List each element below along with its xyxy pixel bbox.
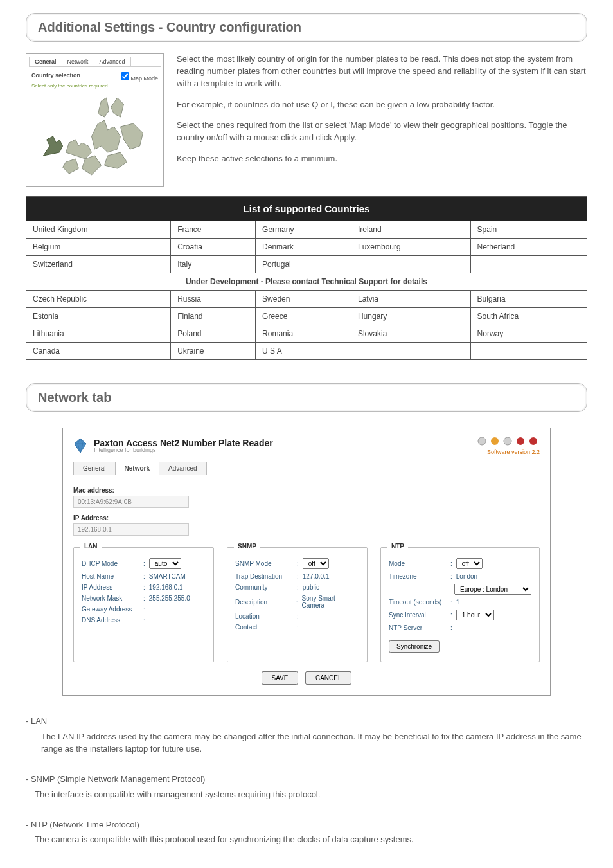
snmp-desc-body: The interface is compatible with managem…: [26, 788, 587, 801]
save-button[interactable]: SAVE: [262, 671, 299, 685]
paragraph-4: Keep these active selections to a minimu…: [177, 153, 587, 165]
table-row: Belgium Croatia Denmark Luxembourg Nethe…: [26, 239, 587, 256]
status-indicators-icon: [475, 436, 540, 446]
countries-table: List of supported Countries United Kingd…: [26, 196, 587, 360]
table-row: United Kingdom France Germany Ireland Sp…: [26, 221, 587, 239]
table-row: Czech Republic Russia Sweden Latvia Bulg…: [26, 291, 587, 308]
ntp-title: NTP: [387, 543, 408, 550]
map-tabs: General Network Advanced: [29, 57, 161, 67]
ip-value: 192.168.0.1: [73, 523, 189, 536]
mac-label: Mac address:: [73, 487, 540, 494]
ntp-sync-select[interactable]: 1 hour: [456, 610, 494, 620]
section-header-country: Additional Settings - Country configurat…: [26, 13, 587, 42]
snmp-mode-select[interactable]: off: [303, 558, 329, 569]
dhcp-mode-select[interactable]: auto: [149, 558, 181, 569]
paragraph-1: Select the most likely country of origin…: [177, 53, 587, 90]
svg-point-4: [529, 437, 537, 445]
svg-point-0: [478, 437, 486, 445]
ip-label: IP Address:: [73, 514, 540, 521]
section-header-network: Network tab: [26, 383, 587, 412]
tab-general[interactable]: General: [29, 57, 62, 66]
map-mode-checkbox[interactable]: [121, 72, 129, 80]
table-subtitle: Under Development - Please contact Techn…: [26, 273, 587, 291]
paragraph-3: Select the ones required from the list o…: [177, 120, 587, 144]
tab-advanced[interactable]: Advanced: [94, 57, 131, 66]
table-title: List of supported Countries: [26, 197, 587, 221]
ntp-desc-head: - NTP (Network Time Protocol): [26, 818, 587, 831]
map-panel: General Network Advanced Country selecti…: [26, 53, 164, 187]
cancel-button[interactable]: CANCEL: [305, 671, 352, 685]
select-note: Select only the countries required.: [29, 83, 161, 91]
network-tabs: General Network Advanced: [73, 462, 540, 475]
lan-title: LAN: [80, 543, 102, 550]
lan-box: LAN DHCP Mode: auto Host Name:SMARTCAM I…: [73, 547, 214, 662]
country-selection-label: Country selection: [31, 72, 80, 82]
np-tab-network[interactable]: Network: [115, 462, 159, 475]
synchronize-button[interactable]: Synchronize: [389, 640, 440, 653]
paragraph-2: For example, if countries do not use Q o…: [177, 99, 587, 111]
ntp-mode-select[interactable]: off: [456, 558, 483, 569]
svg-point-3: [517, 437, 524, 445]
table-row: Switzerland Italy Portugal: [26, 256, 587, 273]
map-mode-checkbox-wrap[interactable]: Map Mode: [121, 72, 158, 82]
ntp-desc-body: The camera is compatible with this proto…: [26, 833, 587, 846]
network-panel: Paxton Access Net2 Number Plate Reader I…: [62, 428, 551, 696]
table-row: Lithuania Poland Romania Slovakia Norway: [26, 325, 587, 343]
europe-map-icon[interactable]: [29, 91, 161, 181]
lan-desc-head: - LAN: [26, 715, 587, 728]
table-row: Estonia Finland Greece Hungary South Afr…: [26, 308, 587, 325]
np-tab-advanced[interactable]: Advanced: [159, 462, 206, 475]
snmp-box: SNMP SNMP Mode: off Trap Destination:127…: [227, 547, 368, 662]
ntp-tz2-select[interactable]: Europe : London: [454, 584, 531, 595]
lan-desc-body: The LAN IP address used by the camera ma…: [26, 730, 587, 755]
svg-point-2: [504, 437, 511, 445]
table-row: Canada Ukraine U S A: [26, 343, 587, 360]
software-version: Software version 2.2: [475, 449, 540, 455]
svg-point-1: [491, 437, 499, 445]
map-mode-label: Map Mode: [130, 75, 158, 82]
mac-value: 00:13:A9:62:9A:0B: [73, 496, 189, 508]
snmp-desc-head: - SNMP (Simple Network Management Protoc…: [26, 773, 587, 786]
ntp-box: NTP Mode: off Timezone:London Europe : L…: [380, 547, 540, 662]
tab-network[interactable]: Network: [62, 57, 94, 66]
snmp-title: SNMP: [234, 543, 260, 550]
np-tab-general[interactable]: General: [73, 462, 116, 475]
diamond-logo-icon: [73, 437, 87, 454]
